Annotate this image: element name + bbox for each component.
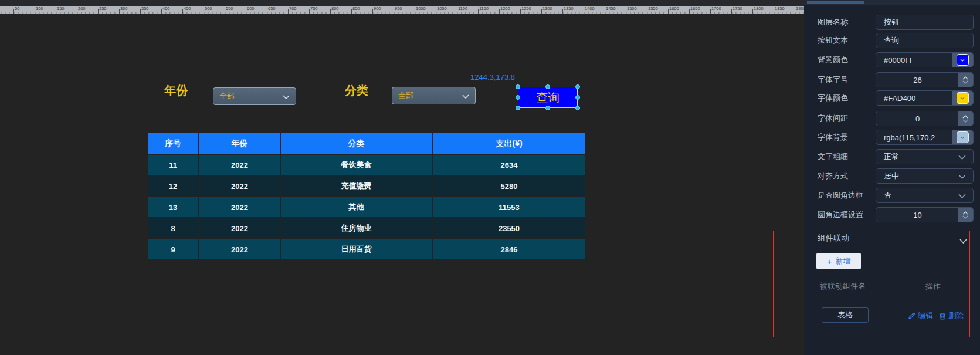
chevron-down-icon	[960, 59, 965, 62]
field-label: 图层名称	[818, 17, 848, 28]
table-cell: 2634	[432, 154, 585, 175]
ruler-major-tick	[731, 9, 732, 14]
font-size-input[interactable]: 26	[876, 72, 974, 87]
ruler-label: 1150	[479, 6, 489, 11]
chevron-down-icon	[958, 171, 966, 181]
color-picker-button[interactable]	[952, 130, 973, 144]
table-cell: 23550	[432, 218, 585, 239]
ruler-major-tick	[140, 9, 141, 14]
ruler-label: 1300	[542, 6, 552, 11]
linkage-section-title: 组件联动	[818, 233, 849, 244]
selection-handle[interactable]	[575, 95, 580, 100]
ruler-label: 1750	[733, 6, 742, 11]
field-label: 字体背景	[818, 132, 848, 143]
field-row-font-bg: 字体背景 rgba(115,170,2	[804, 130, 980, 145]
pencil-icon	[908, 312, 915, 320]
letter-spacing-input[interactable]: 0	[876, 111, 974, 126]
table-cell: 2022	[199, 239, 280, 260]
number-stepper[interactable]	[958, 73, 973, 87]
bg-color-input[interactable]: #0000FF	[876, 52, 974, 67]
color-swatch	[957, 54, 969, 66]
rounded-border-select[interactable]: 否	[876, 188, 974, 203]
ruler-major-tick	[710, 9, 711, 14]
selection-handle[interactable]	[545, 84, 550, 89]
ruler: 5010015020025030035040045050055060065070…	[0, 6, 804, 14]
chevron-up-icon	[962, 115, 968, 119]
ruler-label: 1350	[564, 6, 574, 11]
font-bg-input[interactable]: rgba(115,170,2	[876, 130, 974, 145]
ruler-label: 1400	[585, 6, 595, 11]
table-cell: 11	[148, 154, 199, 175]
ruler-label: 1450	[606, 6, 616, 11]
ruler-label: 500	[205, 6, 212, 11]
selection-handle[interactable]	[516, 95, 520, 100]
table-cell: 13	[148, 197, 199, 218]
field-row-letter-spacing: 字体间距 0	[804, 111, 980, 126]
ruler-major-tick	[35, 9, 35, 14]
font-color-input[interactable]: #FAD400	[876, 90, 974, 106]
selection-handle[interactable]	[575, 84, 580, 89]
table-cell: 2022	[199, 175, 280, 197]
table-header-cell: 支出(¥)	[432, 133, 585, 154]
ruler-label: 1800	[754, 6, 764, 11]
field-value: 居中	[876, 171, 899, 181]
ruler-major-tick	[457, 9, 457, 14]
query-button[interactable]: 查询	[518, 87, 578, 108]
ruler-major-tick	[668, 9, 669, 14]
add-linkage-button[interactable]: + 新增	[816, 253, 861, 269]
ruler-major-tick	[13, 9, 14, 14]
table-row: 13 2022 其他 11553	[148, 197, 585, 218]
chevron-down-icon[interactable]	[959, 235, 967, 246]
number-stepper[interactable]	[958, 208, 973, 222]
color-picker-button[interactable]	[952, 53, 973, 67]
ruler-label: 800	[331, 6, 339, 11]
selection-handle[interactable]	[516, 84, 520, 89]
field-label: 对齐方式	[818, 171, 848, 181]
ruler-major-tick	[562, 9, 563, 14]
trash-icon	[939, 312, 946, 320]
field-label: 背景颜色	[818, 55, 848, 65]
panel-scrollbar-track	[804, 0, 980, 5]
field-row-button-text: 按钮文本 查询	[804, 33, 980, 48]
table-header-row: 序号 年份 分类 支出(¥)	[148, 133, 585, 154]
ruler-major-tick	[267, 9, 267, 14]
color-picker-button[interactable]	[952, 91, 973, 105]
ruler-major-tick	[225, 9, 225, 14]
chevron-down-icon	[283, 91, 290, 102]
linkage-section-header[interactable]: 组件联动	[804, 231, 980, 245]
table-row: 8 2022 住房物业 23550	[148, 218, 585, 239]
selection-handle[interactable]	[575, 106, 580, 110]
field-value: 10	[876, 211, 959, 219]
linked-component-chip[interactable]: 表格	[822, 307, 869, 323]
border-radius-input[interactable]: 10	[876, 207, 974, 222]
font-weight-select[interactable]: 正常	[876, 149, 974, 164]
selection-handle[interactable]	[516, 106, 520, 110]
ruler-label: 1650	[690, 6, 700, 11]
table-header-cell: 年份	[199, 133, 280, 154]
ruler-label: 950	[395, 6, 402, 11]
align-select[interactable]: 居中	[876, 168, 974, 184]
panel-scrollbar-thumb[interactable]	[807, 1, 864, 4]
ruler-major-tick	[246, 9, 246, 14]
number-stepper[interactable]	[958, 111, 973, 126]
ruler-major-tick	[436, 9, 436, 14]
table-cell: 日用百货	[280, 239, 432, 260]
ruler-label: 1200	[500, 6, 510, 11]
ruler-major-tick	[182, 9, 183, 14]
layer-name-input[interactable]: 按钮	[876, 15, 974, 30]
year-filter-dropdown[interactable]: 全部	[213, 87, 296, 105]
button-text-input[interactable]: 查询	[876, 33, 974, 48]
field-value: 26	[876, 76, 959, 84]
selection-handle[interactable]	[545, 106, 550, 110]
chevron-down-icon	[960, 97, 965, 100]
properties-panel: 图层名称 按钮 按钮文本 查询 背景颜色 #0000FF	[804, 0, 980, 355]
edit-linkage-button[interactable]: 编辑	[908, 310, 933, 321]
delete-linkage-button[interactable]: 删除	[939, 310, 964, 321]
table-cell: 住房物业	[280, 218, 432, 239]
table-cell: 8	[148, 218, 199, 239]
category-filter-dropdown[interactable]: 全部	[392, 87, 476, 104]
table-cell: 餐饮美食	[280, 154, 432, 175]
field-label: 字体间距	[818, 113, 848, 124]
field-label: 圆角边框设置	[818, 209, 863, 220]
chevron-down-icon	[962, 215, 968, 219]
